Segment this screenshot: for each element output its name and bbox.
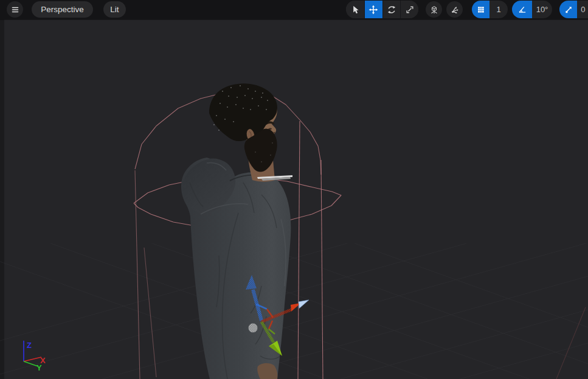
rotate-tool-icon (387, 5, 396, 15)
rotation-snap-control: 10° (512, 1, 552, 18)
scale-tool-button[interactable] (400, 1, 418, 18)
nostril (274, 132, 275, 133)
scale-snap-toggle[interactable] (559, 1, 577, 18)
viewport-options-button[interactable] (7, 1, 23, 18)
viewport-left-edge (0, 19, 4, 379)
move-tool-button[interactable] (364, 1, 382, 18)
world-space-cube-icon (429, 5, 439, 15)
viewport-canvas[interactable]: Z X Y (0, 0, 588, 379)
viewport-background (0, 0, 588, 379)
rotation-snap-icon (517, 5, 527, 15)
rotation-snap-toggle[interactable] (512, 1, 532, 18)
gizmo-screen-space-handle[interactable] (249, 324, 258, 333)
rotate-tool-button[interactable] (382, 1, 401, 18)
select-cursor-icon (350, 5, 360, 15)
perspective-mode-button[interactable]: Perspective (32, 1, 93, 18)
axis-y-label: Y (36, 363, 42, 372)
scale-snap-value[interactable]: 0 (577, 1, 588, 18)
grid-snap-value[interactable]: 1 (489, 1, 508, 18)
move-tool-icon (368, 5, 378, 15)
scale-snap-icon (564, 5, 573, 15)
viewport-toolbar: Perspective Lit (0, 0, 588, 19)
lit-mode-button[interactable]: Lit (103, 1, 126, 18)
scale-snap-control: 0 (559, 1, 588, 18)
editor-viewport-window: Z X Y Perspective Lit (0, 0, 588, 379)
hamburger-menu-icon (10, 5, 20, 15)
grid-snap-toggle[interactable] (472, 1, 489, 18)
coordinate-space-button[interactable] (426, 1, 442, 18)
rotation-snap-value[interactable]: 10° (532, 1, 552, 18)
scale-tool-icon (405, 5, 415, 15)
surface-snapping-icon (450, 5, 460, 15)
grid-snap-icon (476, 5, 486, 15)
surface-snapping-button[interactable] (446, 1, 463, 18)
transform-tools-group (346, 1, 418, 18)
select-tool-button[interactable] (346, 1, 364, 18)
axis-z-label: Z (27, 341, 32, 350)
grid-snap-control: 1 (472, 1, 508, 18)
